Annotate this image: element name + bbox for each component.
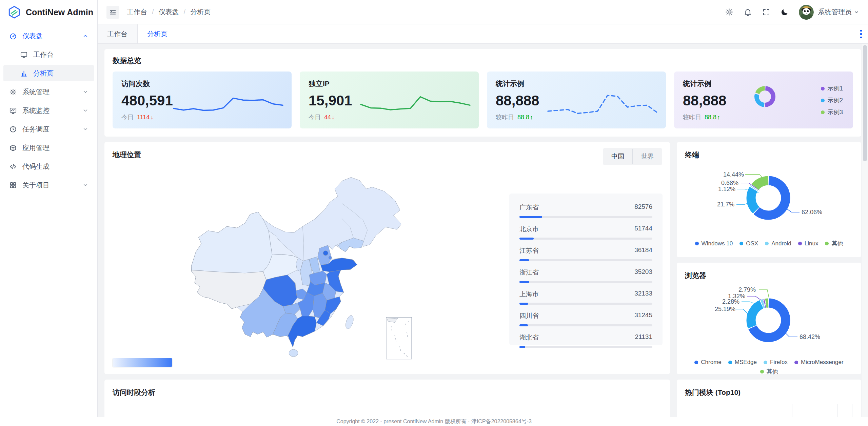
sidebar-item-system-monitor[interactable]: 系统监控 (3, 102, 94, 119)
logo-icon (7, 5, 21, 19)
province-name: 浙江省 (519, 268, 539, 277)
sidebar-item-app-management[interactable]: 应用管理 (3, 140, 94, 156)
stat-delta: 88.8↑ (517, 114, 533, 121)
sidebar-item-label: 系统监控 (22, 106, 50, 115)
province-value: 32133 (634, 290, 652, 299)
dark-mode-moon-icon[interactable] (781, 8, 789, 16)
breadcrumb-separator: / (152, 8, 154, 16)
section-title: 终端 (685, 150, 853, 160)
legend-item[interactable]: MicroMessenger (794, 359, 844, 366)
legend-item[interactable]: Firefox (764, 359, 788, 366)
chevron-down-icon (854, 9, 859, 15)
province-row: 浙江省35203 (519, 268, 652, 283)
breadcrumb: 工作台 / 仪表盘 / 分析页 (127, 7, 211, 17)
legend-item[interactable]: Android (765, 240, 791, 247)
sidebar-item-task-schedule[interactable]: 任务调度 (3, 121, 94, 137)
sidebar-item-system-management[interactable]: 系统管理 (3, 84, 94, 100)
legend-dot-icon (825, 242, 829, 245)
province-name: 湖北省 (519, 333, 539, 342)
province-progress-fill (519, 259, 529, 261)
tab-analysis[interactable]: 分析页 (137, 24, 177, 43)
sidebar-item-label: 代码生成 (22, 162, 50, 171)
china-choropleth-map[interactable] (172, 167, 427, 361)
sidebar-item-code-generation[interactable]: 代码生成 (3, 158, 94, 175)
sidebar-item-about-project[interactable]: 关于项目 (3, 177, 94, 193)
fullscreen-icon[interactable] (762, 8, 770, 16)
page-scrollbar[interactable] (862, 44, 868, 417)
data-overview-section: 数据总览 访问次数 480,591 今日 1114↓ 独立IP 15,901 今… (104, 49, 861, 137)
sidebar-collapse-button[interactable] (106, 6, 119, 19)
arrow-down-icon: ↓ (150, 114, 153, 121)
stat-card-unique-ip: 独立IP 15,901 今日 44↓ (300, 72, 479, 128)
sidebar-item-workplace[interactable]: 工作台 (3, 46, 94, 63)
terminal-legend: Windows 10OSXAndroidLinux其他 (685, 240, 853, 247)
stat-card-example: 统计示例 88,888 较昨日 88.8↑ (487, 72, 666, 128)
legend-item[interactable]: 示例3 (821, 108, 843, 116)
legend-label: Firefox (770, 359, 788, 366)
sidebar-item-dashboard[interactable]: 仪表盘 (3, 28, 94, 44)
legend-item[interactable]: Windows 10 (695, 240, 733, 247)
breadcrumb-item[interactable]: 仪表盘 (159, 7, 179, 17)
tab-more-icon[interactable] (857, 27, 865, 41)
province-progress-fill (519, 346, 525, 348)
gear-icon (9, 88, 17, 96)
pct-label: 68.42% (800, 333, 820, 341)
breadcrumb-item[interactable]: 工作台 (127, 7, 147, 17)
province-progress-track (519, 303, 652, 305)
chevron-down-icon (82, 107, 88, 114)
sidebar-item-label: 系统管理 (22, 87, 50, 97)
terminal-card: 终端 14.44% 0.68% 1.12% 21.7% 62.06% (677, 142, 861, 257)
tab-workplace[interactable]: 工作台 (98, 24, 137, 43)
legend-item[interactable]: OSX (739, 240, 758, 247)
pct-label: 62.06% (802, 209, 822, 216)
legend-label: MSEdge (735, 359, 757, 366)
legend-dot-icon (760, 370, 764, 373)
chevron-down-icon (82, 126, 88, 132)
legend-item[interactable]: Linux (798, 240, 818, 247)
user-menu[interactable]: 系统管理员 (799, 5, 859, 20)
province-row: 广东省82576 (519, 203, 652, 218)
legend-item[interactable]: Chrome (694, 359, 721, 366)
province-row: 江苏省36184 (519, 246, 652, 261)
province-progress-fill (519, 216, 542, 218)
bar-chart-icon (20, 69, 28, 77)
legend-dot-icon (728, 361, 732, 364)
notification-bell-icon[interactable] (744, 8, 752, 16)
scrollbar-thumb[interactable] (863, 45, 867, 161)
legend-item[interactable]: 示例1 (821, 84, 843, 93)
province-progress-track (519, 324, 652, 326)
settings-icon[interactable] (725, 8, 733, 16)
south-china-sea-inset (386, 317, 412, 359)
terminal-donut-chart: 14.44% 0.68% 1.12% 21.7% 62.06% Windows … (685, 162, 853, 246)
legend-item[interactable]: 其他 (760, 368, 778, 376)
example-donut-chart (751, 83, 778, 110)
province-progress-fill (519, 238, 534, 240)
avatar[interactable] (799, 5, 814, 20)
section-title: 浏览器 (685, 271, 853, 280)
app-logo[interactable]: ContiNew Admin (0, 0, 97, 24)
pct-label: 1.12% (718, 186, 735, 193)
province-row: 四川省31245 (519, 311, 652, 326)
footer-copyright: Copyright © 2022 - present ContiNew Admi… (0, 417, 868, 426)
province-name: 四川省 (519, 311, 539, 320)
tab-bar: 工作台 分析页 (98, 24, 868, 44)
pct-label: 14.44% (723, 171, 744, 178)
sidebar: ContiNew Admin 仪表盘 工作台 分析页 (0, 0, 98, 426)
browser-donut-chart: 2.79% 1.32% 2.28% 25.19% 68.42% ChromeMS… (685, 282, 853, 367)
legend-item[interactable]: 其他 (825, 240, 843, 247)
main-content: 数据总览 访问次数 480,591 今日 1114↓ 独立IP 15,901 今… (98, 44, 868, 426)
province-progress-fill (519, 324, 528, 326)
legend-item[interactable]: 示例2 (821, 96, 843, 104)
toggle-world[interactable]: 世界 (632, 149, 662, 164)
province-value: 82576 (634, 203, 652, 212)
legend-dot-icon (821, 110, 825, 114)
chevron-up-icon (82, 33, 88, 39)
breadcrumb-item[interactable]: 分析页 (190, 7, 211, 17)
toggle-china[interactable]: 中国 (603, 149, 632, 164)
legend-label: 其他 (831, 240, 843, 247)
province-progress-track (519, 259, 652, 261)
legend-item[interactable]: MSEdge (728, 359, 757, 366)
sidebar-item-analysis[interactable]: 分析页 (3, 65, 94, 81)
legend-label: 示例3 (827, 108, 843, 116)
sidebar-item-label: 分析页 (33, 69, 54, 78)
